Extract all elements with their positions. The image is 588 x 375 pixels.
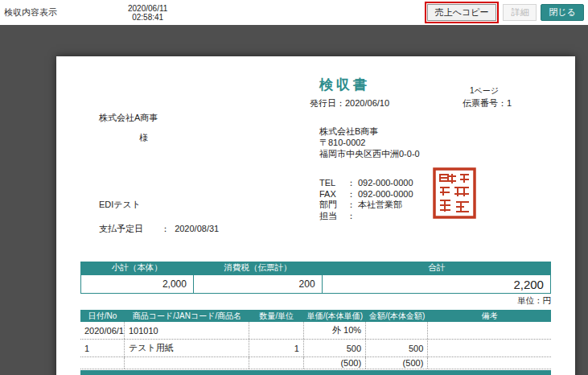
tel-value: 092-000-0000 [358,178,413,189]
detail-row-2: 1 テスト用紙 1 500 500 [80,340,551,357]
customer-name: 株式会社A商事 [99,112,158,124]
toolbar: 検収内容表示 2020/06/11 02:58:41 売上へコピー 詳細 閉じる [0,0,588,25]
detail-header-row: 日付/No 商品コード/JANコード/商品名 数量/単位 単価/(本体単価) 金… [80,310,551,322]
summary-total-value: 2,200 [323,275,550,293]
document-title: 検収書 [319,76,370,94]
detail-cell-qty [249,322,304,339]
summary-header-tax: 消費税（伝票計） [193,262,322,274]
fax-value: 092-000-0000 [358,189,413,200]
contact-row-fax: FAX ： 092-000-0000 [319,189,413,200]
detail-cell-remarks [428,357,551,369]
copy-button-highlight: 売上へコピー [425,2,500,23]
time-text: 02:58:41 [128,13,167,22]
detail-cell-tax-type: 外 10% [304,322,366,339]
customer-honorific: 様 [139,132,148,144]
payment-due-label: 支払予定日 [99,223,158,235]
issuer-postal-code: 〒810-0002 [319,137,420,148]
fax-colon: ： [347,189,358,200]
unit-label: 単位：円 [80,295,551,307]
person-label: 担当 [319,211,347,222]
issuer-contact-block: TEL ： 092-000-0000 FAX ： 092-000-0000 部門… [319,178,413,221]
note-text: EDIテスト [99,199,141,211]
slip-number-label: 伝票番号： [463,98,507,108]
detail-row-3: (500) (500) [80,357,551,369]
detail-header-unit-price: 単価/(本体単価) [304,311,366,322]
invoice-document: 検収書 1ページ 発行日：2020/06/10 伝票番号：1 株式会社A商事 様… [56,56,575,375]
tel-colon: ： [347,178,358,189]
detail-header-date-no: 日付/No [80,311,125,322]
detail-cell-empty [125,357,249,369]
detail-cell-base-amount: (500) [366,357,428,369]
department-value: 本社営業部 [358,200,402,211]
issuer-name: 株式会社B商事 [319,126,420,137]
detail-cell-empty [249,357,304,369]
department-colon: ： [347,200,358,211]
summary-header-subtotal: 小計（本体） [80,262,193,274]
payment-due-colon: ： [161,223,172,235]
contact-row-department: 部門 ： 本社営業部 [319,200,413,211]
fax-label: FAX [319,189,347,200]
slip-number-value: 1 [507,98,512,108]
slip-number: 伝票番号：1 [463,97,512,109]
datetime-display: 2020/06/11 02:58:41 [128,4,167,22]
detail-cell-product-code: 101010 [125,322,249,339]
payment-due-line: 支払予定日 ： 2020/08/31 [99,223,219,235]
person-colon: ： [347,211,358,222]
detail-table: 日付/No 商品コード/JANコード/商品名 数量/単位 単価/(本体単価) 金… [80,310,551,369]
document-viewer: 検収書 1ページ 発行日：2020/06/10 伝票番号：1 株式会社A商事 様… [0,25,588,375]
detail-header-remarks: 備考 [428,311,551,322]
summary-tax-value: 200 [194,275,323,293]
copy-to-sales-button[interactable]: 売上へコピー [427,4,497,21]
screen-title: 検収内容表示 [4,6,57,19]
detail-cell-date: 2020/06/10 [80,322,125,339]
page-number: 1ページ [470,85,499,97]
issuer-address-block: 株式会社B商事 〒810-0002 福岡市中央区西中洲0-0-0 [319,126,420,159]
detail-button[interactable]: 詳細 [503,4,537,21]
summary-value-row: 2,000 200 2,200 [80,274,551,294]
summary-table: 小計（本体） 消費税（伝票計） 合計 2,000 200 2,200 [80,262,551,294]
detail-cell-amount [366,322,428,339]
detail-header-product: 商品コード/JANコード/商品名 [125,311,249,322]
detail-cell-qty: 1 [249,340,304,356]
detail-cell-empty [80,357,125,369]
payment-due-date: 2020/08/31 [175,224,219,233]
detail-header-amount: 金額/(本体金額) [366,311,428,322]
tel-label: TEL [319,178,347,189]
contact-row-tel: TEL ： 092-000-0000 [319,178,413,189]
company-seal-stamp [433,167,476,220]
detail-cell-unit-price: 500 [304,340,366,356]
date-text: 2020/06/11 [128,4,167,13]
issue-date-label: 発行日： [310,98,345,108]
detail-cell-remarks [428,322,551,339]
issue-date-value: 2020/06/10 [345,98,389,108]
detail-header-qty: 数量/単位 [249,311,304,322]
summary-header-total: 合計 [323,262,551,274]
detail-cell-no: 1 [80,340,125,356]
issuer-address: 福岡市中央区西中洲0-0-0 [319,148,420,159]
summary-header-row: 小計（本体） 消費税（伝票計） 合計 [80,262,551,274]
close-button[interactable]: 閉じる [541,4,584,21]
contact-row-person: 担当 ： [319,211,413,222]
issue-date: 発行日：2020/06/10 [310,97,389,109]
detail-cell-remarks [428,340,551,356]
next-section-header-bar [80,370,551,375]
detail-row-1: 2020/06/10 101010 外 10% [80,322,551,340]
summary-subtotal-value: 2,000 [81,275,194,293]
detail-cell-base-unit-price: (500) [304,357,366,369]
detail-cell-amount: 500 [366,340,428,356]
department-label: 部門 [319,200,347,211]
detail-cell-product-name: テスト用紙 [125,340,249,356]
